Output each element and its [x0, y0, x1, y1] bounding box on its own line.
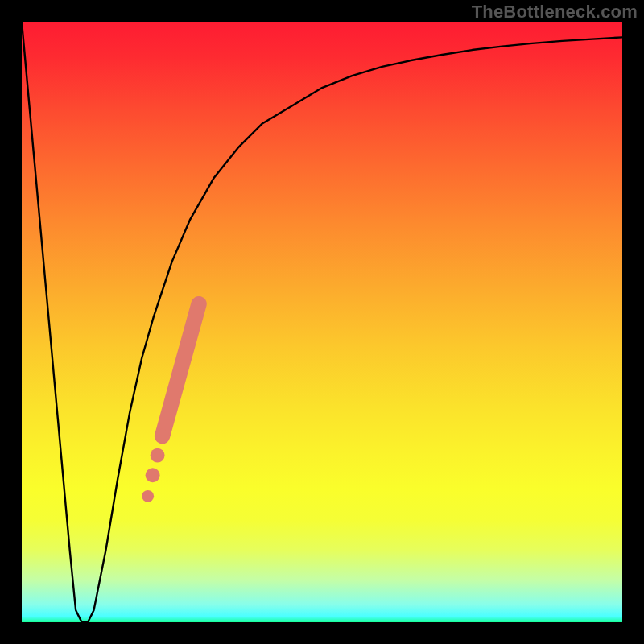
- highlight-bar: [163, 304, 200, 436]
- highlight-dot: [146, 468, 160, 482]
- attribution-text: TheBottleneck.com: [472, 2, 638, 23]
- chart-frame: TheBottleneck.com: [0, 0, 644, 644]
- highlight-dot: [142, 490, 154, 502]
- highlight-dot: [155, 429, 170, 444]
- plot-area: [22, 22, 622, 622]
- highlight-dot: [151, 448, 165, 463]
- curve-svg: [22, 22, 622, 622]
- bottleneck-curve: [22, 22, 622, 622]
